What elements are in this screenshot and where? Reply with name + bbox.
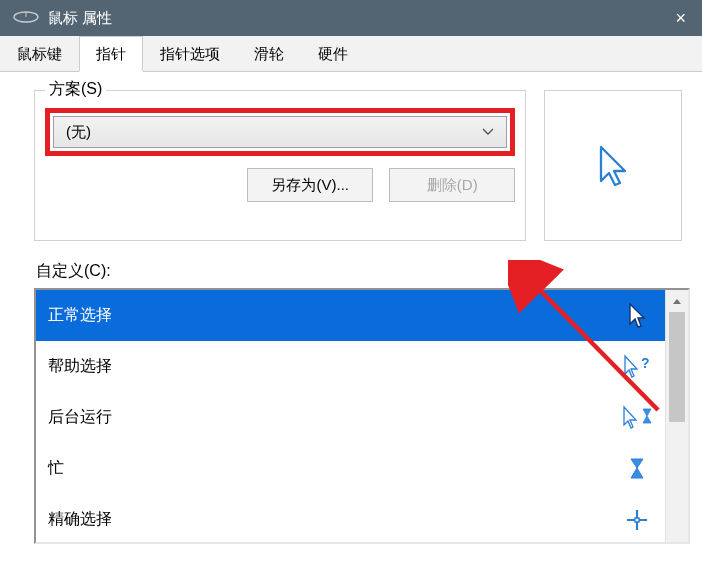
tab-hardware[interactable]: 硬件	[301, 36, 365, 71]
scroll-thumb[interactable]	[669, 312, 685, 422]
list-item[interactable]: 后台运行	[36, 392, 665, 443]
cursor-listbox[interactable]: 正常选择 帮助选择 ? 后台运行	[34, 288, 690, 544]
scheme-selected-text: (无)	[66, 123, 91, 142]
arrow-cursor-icon	[621, 302, 653, 330]
tab-mouse-buttons[interactable]: 鼠标键	[0, 36, 79, 71]
scroll-up-icon[interactable]	[666, 290, 688, 312]
list-item-label: 后台运行	[48, 407, 112, 428]
tab-pointer-options[interactable]: 指针选项	[143, 36, 237, 71]
titlebar: 鼠标 属性 ×	[0, 0, 702, 36]
scheme-dropdown[interactable]: (无)	[53, 116, 507, 148]
scheme-groupbox: 方案(S) (无) 另存为(V)... 删除(D)	[34, 90, 526, 241]
crosshair-icon	[621, 508, 653, 532]
tab-strip: 鼠标键 指针 指针选项 滑轮 硬件	[0, 36, 702, 72]
save-as-button[interactable]: 另存为(V)...	[247, 168, 373, 202]
working-cursor-icon	[621, 405, 653, 431]
list-item-label: 忙	[48, 458, 64, 479]
annotation-highlight: (无)	[45, 108, 515, 156]
mouse-icon	[12, 10, 40, 27]
hourglass-icon	[621, 456, 653, 482]
chevron-down-icon	[482, 125, 494, 139]
tab-pointers[interactable]: 指针	[79, 36, 143, 72]
scheme-label: 方案(S)	[45, 79, 106, 100]
help-cursor-icon: ?	[621, 354, 653, 380]
cursor-preview	[544, 90, 682, 241]
delete-button: 删除(D)	[389, 168, 515, 202]
list-item-label: 精确选择	[48, 509, 112, 530]
scrollbar[interactable]	[665, 290, 688, 542]
list-item[interactable]: 精确选择	[36, 494, 665, 542]
list-item-label: 正常选择	[48, 305, 112, 326]
svg-text:?: ?	[641, 355, 650, 371]
customize-label: 自定义(C):	[36, 261, 682, 282]
close-button[interactable]: ×	[671, 8, 690, 29]
window-title: 鼠标 属性	[48, 9, 112, 28]
list-item[interactable]: 正常选择	[36, 290, 665, 341]
list-item[interactable]: 帮助选择 ?	[36, 341, 665, 392]
arrow-cursor-icon	[593, 141, 633, 191]
list-item[interactable]: 忙	[36, 443, 665, 494]
tab-wheel[interactable]: 滑轮	[237, 36, 301, 71]
list-item-label: 帮助选择	[48, 356, 112, 377]
